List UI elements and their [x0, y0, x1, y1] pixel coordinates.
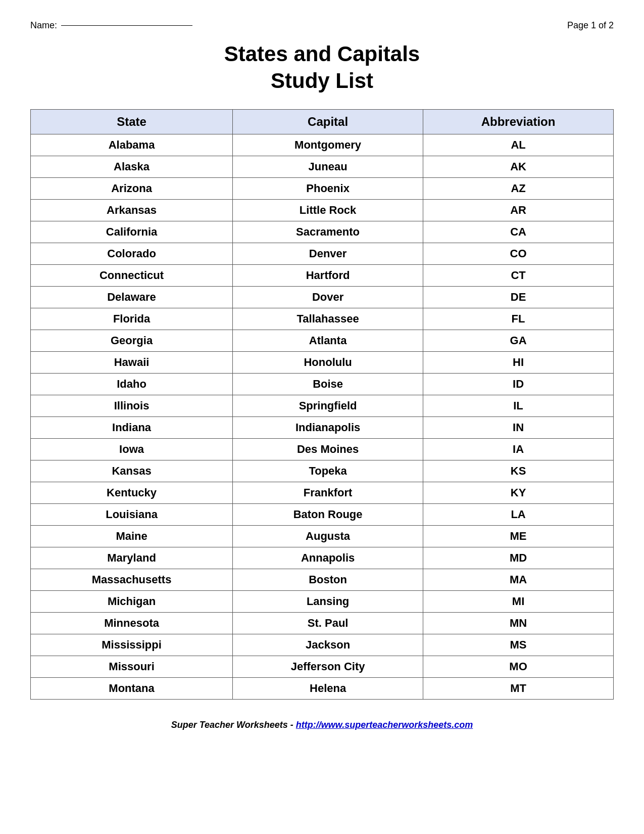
table-cell-5-1: Denver	[233, 243, 423, 265]
title-line2: Study List	[30, 68, 614, 95]
table-cell-12-1: Springfield	[233, 395, 423, 417]
table-header: State Capital Abbreviation	[31, 110, 614, 134]
table-cell-23-2: MS	[423, 634, 614, 656]
table-cell-24-2: MO	[423, 656, 614, 678]
table-row: GeorgiaAtlantaGA	[31, 330, 614, 352]
table-row: MontanaHelenaMT	[31, 678, 614, 700]
table-cell-25-0: Montana	[31, 678, 233, 700]
table-cell-15-1: Topeka	[233, 460, 423, 482]
table-row: KentuckyFrankfortKY	[31, 482, 614, 504]
table-cell-8-1: Tallahassee	[233, 308, 423, 330]
table-cell-16-2: KY	[423, 482, 614, 504]
table-cell-1-1: Juneau	[233, 156, 423, 178]
table-row: MissouriJefferson CityMO	[31, 656, 614, 678]
table-cell-0-2: AL	[423, 134, 614, 156]
table-row: KansasTopekaKS	[31, 460, 614, 482]
table-cell-2-1: Phoenix	[233, 178, 423, 200]
header-row: State Capital Abbreviation	[31, 110, 614, 134]
table-row: ArkansasLittle RockAR	[31, 200, 614, 221]
table-cell-2-2: AZ	[423, 178, 614, 200]
table-cell-17-2: LA	[423, 504, 614, 526]
table-row: FloridaTallahasseeFL	[31, 308, 614, 330]
col-header-abbr: Abbreviation	[423, 110, 614, 134]
table-cell-9-2: GA	[423, 330, 614, 352]
table-body: AlabamaMontgomeryALAlaskaJuneauAKArizona…	[31, 134, 614, 700]
table-cell-4-2: CA	[423, 221, 614, 243]
table-row: HawaiiHonoluluHI	[31, 352, 614, 374]
table-cell-3-2: AR	[423, 200, 614, 221]
table-cell-19-0: Maryland	[31, 547, 233, 569]
table-cell-5-2: CO	[423, 243, 614, 265]
table-cell-5-0: Colorado	[31, 243, 233, 265]
table-cell-21-2: MI	[423, 591, 614, 613]
table-cell-14-2: IA	[423, 439, 614, 460]
page-number: Page 1 of 2	[567, 20, 614, 31]
table-cell-6-0: Connecticut	[31, 265, 233, 287]
table-cell-6-2: CT	[423, 265, 614, 287]
table-cell-1-2: AK	[423, 156, 614, 178]
table-cell-1-0: Alaska	[31, 156, 233, 178]
table-cell-25-2: MT	[423, 678, 614, 700]
table-cell-16-0: Kentucky	[31, 482, 233, 504]
table-row: DelawareDoverDE	[31, 287, 614, 308]
footer-link[interactable]: http://www.superteacherworksheets.com	[296, 720, 473, 730]
table-cell-16-1: Frankfort	[233, 482, 423, 504]
table-cell-8-0: Florida	[31, 308, 233, 330]
table-cell-25-1: Helena	[233, 678, 423, 700]
table-row: IowaDes MoinesIA	[31, 439, 614, 460]
table-cell-3-1: Little Rock	[233, 200, 423, 221]
table-cell-24-0: Missouri	[31, 656, 233, 678]
table-cell-18-2: ME	[423, 526, 614, 547]
table-cell-12-0: Illinois	[31, 395, 233, 417]
table-row: LouisianaBaton RougeLA	[31, 504, 614, 526]
title-section: States and Capitals Study List	[30, 41, 614, 94]
table-row: MississippiJacksonMS	[31, 634, 614, 656]
table-cell-0-0: Alabama	[31, 134, 233, 156]
table-row: CaliforniaSacramentoCA	[31, 221, 614, 243]
col-header-state: State	[31, 110, 233, 134]
table-cell-23-1: Jackson	[233, 634, 423, 656]
table-row: ColoradoDenverCO	[31, 243, 614, 265]
table-cell-11-0: Idaho	[31, 374, 233, 395]
table-cell-13-2: IN	[423, 417, 614, 439]
name-underline	[61, 25, 192, 26]
states-capitals-table: State Capital Abbreviation AlabamaMontgo…	[30, 109, 614, 700]
table-cell-21-0: Michigan	[31, 591, 233, 613]
table-cell-7-1: Dover	[233, 287, 423, 308]
table-row: MinnesotaSt. PaulMN	[31, 613, 614, 634]
table-row: IdahoBoiseID	[31, 374, 614, 395]
table-cell-10-0: Hawaii	[31, 352, 233, 374]
main-title: States and Capitals Study List	[30, 41, 614, 94]
table-row: MichiganLansingMI	[31, 591, 614, 613]
page-header: Name: Page 1 of 2	[30, 20, 614, 31]
table-cell-10-1: Honolulu	[233, 352, 423, 374]
table-row: MarylandAnnapolisMD	[31, 547, 614, 569]
table-cell-18-0: Maine	[31, 526, 233, 547]
table-cell-23-0: Mississippi	[31, 634, 233, 656]
table-cell-24-1: Jefferson City	[233, 656, 423, 678]
table-cell-4-0: California	[31, 221, 233, 243]
table-cell-19-2: MD	[423, 547, 614, 569]
table-cell-4-1: Sacramento	[233, 221, 423, 243]
table-cell-20-0: Massachusetts	[31, 569, 233, 591]
table-cell-22-0: Minnesota	[31, 613, 233, 634]
table-cell-13-1: Indianapolis	[233, 417, 423, 439]
table-row: MaineAugustaME	[31, 526, 614, 547]
table-row: IllinoisSpringfieldIL	[31, 395, 614, 417]
table-cell-15-0: Kansas	[31, 460, 233, 482]
table-row: AlaskaJuneauAK	[31, 156, 614, 178]
table-cell-6-1: Hartford	[233, 265, 423, 287]
table-cell-7-2: DE	[423, 287, 614, 308]
table-row: ArizonaPhoenixAZ	[31, 178, 614, 200]
table-cell-2-0: Arizona	[31, 178, 233, 200]
table-row: MassachusettsBostonMA	[31, 569, 614, 591]
table-row: AlabamaMontgomeryAL	[31, 134, 614, 156]
table-cell-14-1: Des Moines	[233, 439, 423, 460]
footer-text: Super Teacher Worksheets -	[171, 720, 296, 730]
table-cell-9-1: Atlanta	[233, 330, 423, 352]
table-cell-12-2: IL	[423, 395, 614, 417]
col-header-capital: Capital	[233, 110, 423, 134]
table-cell-17-1: Baton Rouge	[233, 504, 423, 526]
title-line1: States and Capitals	[30, 41, 614, 68]
table-cell-9-0: Georgia	[31, 330, 233, 352]
